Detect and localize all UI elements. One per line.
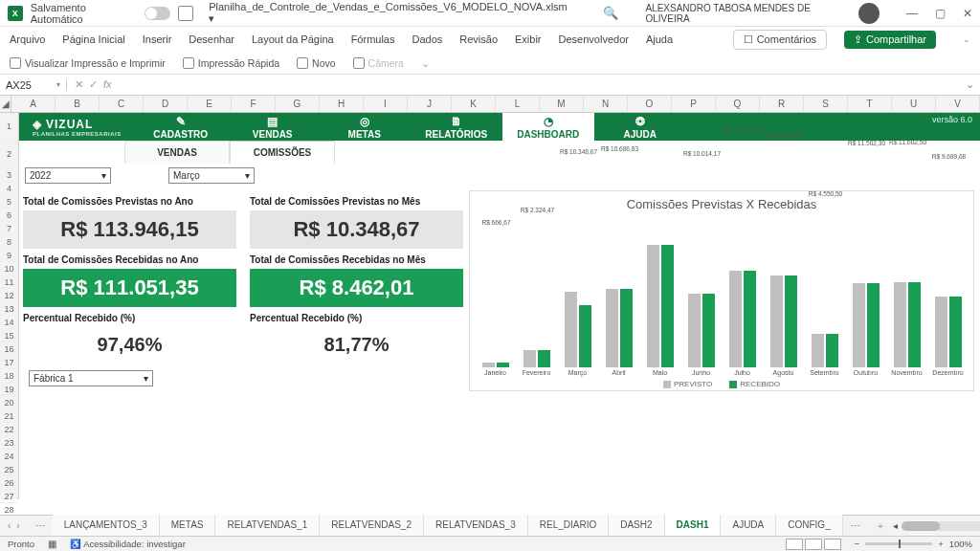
tab-formulas[interactable]: Fórmulas	[351, 33, 395, 45]
sheet-tab[interactable]: RELATVENDAS_2	[320, 515, 424, 538]
tab-layout[interactable]: Layout da Página	[252, 33, 334, 45]
column-header[interactable]: K	[452, 96, 496, 112]
chevron-down-icon: ▾	[101, 170, 106, 181]
quickbar-overflow-icon[interactable]: ⌄	[421, 57, 430, 69]
column-header[interactable]: B	[56, 96, 100, 112]
column-header[interactable]: C	[100, 96, 144, 112]
autosave-toggle[interactable]: Salvamento Automático	[31, 2, 171, 25]
subtab-vendas[interactable]: VENDAS	[124, 141, 230, 164]
tab-nav-next-icon[interactable]: ›	[16, 520, 19, 531]
select-all-cell[interactable]: ◢	[0, 96, 11, 112]
column-header[interactable]: D	[144, 96, 188, 112]
worksheet-content[interactable]: ◈VIZUAL PLANILHAS EMPRESARIAIS ✎CADASTRO…	[19, 113, 980, 499]
month-select[interactable]: Março▾	[168, 167, 255, 184]
column-header[interactable]: P	[672, 96, 716, 112]
kpi-label: Total de Comissões Recebidas no Ano	[23, 249, 236, 269]
kpi-label: Percentual Recebido (%)	[23, 307, 236, 327]
formula-expand-icon[interactable]: ⌄	[960, 78, 980, 91]
toggle-switch-icon[interactable]	[145, 7, 170, 20]
user-label[interactable]: ALEXSANDRO TABOSA MENDES DE OLIVEIRA	[645, 3, 880, 24]
horizontal-scrollbar[interactable]	[902, 521, 980, 531]
zoom-out-icon[interactable]: −	[855, 539, 860, 549]
column-header[interactable]: A	[11, 96, 56, 112]
tab-arquivo[interactable]: Arquivo	[10, 33, 45, 45]
column-header[interactable]: E	[188, 96, 232, 112]
tab-dados[interactable]: Dados	[412, 33, 442, 45]
sheet-tab[interactable]: REL_DIARIO	[528, 515, 609, 538]
column-header[interactable]: G	[276, 96, 320, 112]
add-sheet-icon[interactable]: ＋	[868, 519, 893, 533]
year-select[interactable]: 2022▾	[25, 167, 111, 184]
sheet-tab[interactable]: DASH2	[609, 515, 664, 538]
name-box[interactable]: AX25▾	[0, 79, 67, 91]
nav-relatórios[interactable]: 🗎RELATÓRIOS	[411, 113, 502, 141]
share-button[interactable]: ⇪ Compartilhar	[844, 31, 936, 49]
column-header[interactable]: M	[540, 96, 584, 112]
save-icon[interactable]	[178, 6, 193, 21]
normal-view-icon[interactable]	[786, 539, 803, 550]
column-header[interactable]: H	[320, 96, 364, 112]
zoom-in-icon[interactable]: +	[938, 539, 944, 549]
tab-pagina-inicial[interactable]: Página Inicial	[62, 33, 124, 45]
close-icon[interactable]: ✕	[963, 7, 972, 20]
page-break-春view-icon[interactable]	[824, 539, 841, 550]
tabs-overflow-icon[interactable]: ⋯	[28, 520, 53, 531]
ribbon-collapse-icon[interactable]: ⌄	[963, 34, 970, 44]
accessibility-status[interactable]: ♿ Acessibilidade: investigar	[70, 539, 186, 549]
page-layout-view-icon[interactable]	[805, 539, 822, 550]
nav-ajuda[interactable]: ❂AJUDA	[594, 113, 686, 141]
print-preview-button[interactable]: Visualizar Impressão e Imprimir	[10, 57, 166, 69]
macros-icon[interactable]: ▦	[48, 539, 56, 549]
sheet-tab[interactable]: RELATVENDAS_1	[215, 515, 320, 538]
maximize-icon[interactable]: ▢	[935, 7, 946, 20]
sheet-tab[interactable]: LANÇAMENTOS_3	[53, 515, 160, 538]
tab-ajuda[interactable]: Ajuda	[646, 33, 673, 45]
nav-vendas[interactable]: ▤VENDAS	[227, 113, 319, 141]
tab-revisao[interactable]: Revisão	[459, 33, 498, 45]
column-header[interactable]: L	[496, 96, 540, 112]
cancel-formula-icon[interactable]: ✕	[75, 78, 83, 91]
tab-inserir[interactable]: Inserir	[143, 33, 172, 45]
fabrica-select[interactable]: Fábrica 1▾	[29, 370, 153, 386]
sheet-tab[interactable]: METAS	[160, 515, 216, 538]
new-button[interactable]: Novo	[297, 57, 336, 69]
sheet-tab[interactable]: CONFIG_	[776, 515, 842, 538]
chevron-down-icon[interactable]: ▾	[56, 80, 60, 89]
hscroll-left-icon[interactable]: ◂	[893, 520, 898, 531]
nav-cadastro[interactable]: ✎CADASTRO	[135, 113, 227, 141]
column-header[interactable]: V	[936, 96, 980, 112]
enter-formula-icon[interactable]: ✓	[89, 78, 98, 91]
bar	[812, 334, 824, 367]
search-icon[interactable]: 🔍	[603, 6, 618, 20]
sheet-tab[interactable]: DASH1	[665, 515, 722, 538]
tabs-overflow-right-icon[interactable]: ⋯	[843, 520, 868, 531]
column-header[interactable]: T	[848, 96, 892, 112]
view-buttons[interactable]	[786, 539, 841, 550]
column-header[interactable]: S	[804, 96, 848, 112]
tab-exibir[interactable]: Exibir	[515, 33, 542, 45]
zoom-control[interactable]: − + 100%	[855, 539, 972, 549]
sheet-tab[interactable]: RELATVENDAS_3	[424, 515, 528, 538]
column-header[interactable]: Q	[716, 96, 760, 112]
quick-print-button[interactable]: Impressão Rápida	[183, 57, 279, 69]
tab-desenvolvedor[interactable]: Desenvolvedor	[559, 33, 629, 45]
zoom-level[interactable]: 100%	[949, 539, 972, 549]
sheet-tab[interactable]: AJUDA	[721, 515, 776, 538]
zoom-slider[interactable]	[865, 542, 932, 545]
column-header[interactable]: I	[364, 96, 408, 112]
minimize-icon[interactable]: —	[906, 7, 918, 20]
camera-icon	[353, 57, 365, 69]
column-header[interactable]: O	[628, 96, 672, 112]
comments-button[interactable]: ☐ Comentários	[733, 30, 827, 50]
tab-desenhar[interactable]: Desenhar	[189, 33, 234, 45]
nav-dashboard[interactable]: ◔DASHBOARD	[502, 113, 594, 141]
column-header[interactable]: R	[760, 96, 804, 112]
column-header[interactable]: N	[584, 96, 628, 112]
subtab-comissoes[interactable]: COMISSÕES	[230, 141, 335, 164]
tab-nav-prev-icon[interactable]: ‹	[8, 520, 11, 531]
column-header[interactable]: J	[408, 96, 452, 112]
fx-icon[interactable]: fx	[103, 78, 112, 91]
column-header[interactable]: U	[892, 96, 936, 112]
column-header[interactable]: F	[232, 96, 276, 112]
nav-metas[interactable]: ◎METAS	[319, 113, 411, 141]
